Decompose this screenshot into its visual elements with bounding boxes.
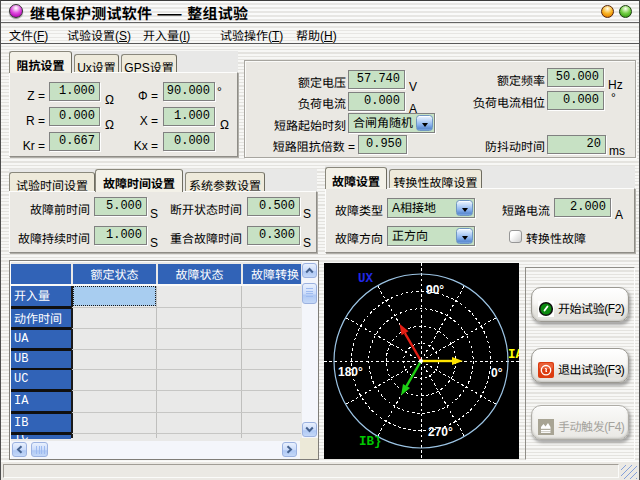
svg-text:UX: UX xyxy=(358,272,374,286)
svg-text:0°: 0° xyxy=(491,366,503,380)
svg-text:IB}: IB} xyxy=(359,435,382,449)
svg-text:180°: 180° xyxy=(338,365,363,379)
svg-text:270°: 270° xyxy=(428,425,453,439)
svg-text:IA: IA xyxy=(508,348,519,362)
svg-text:90°: 90° xyxy=(426,283,444,297)
